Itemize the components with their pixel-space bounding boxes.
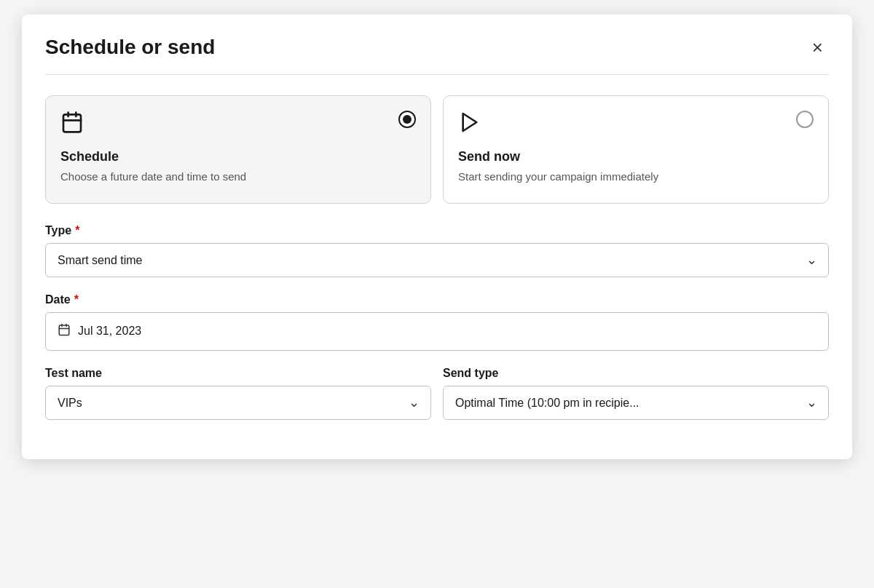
svg-rect-0 (63, 114, 81, 132)
schedule-radio[interactable] (398, 111, 416, 128)
type-label: Type * (45, 224, 829, 237)
test-name-select-wrapper: VIPs All contacts New subscribers ⌄ (45, 386, 431, 420)
schedule-option-card[interactable]: Schedule Choose a future date and time t… (45, 95, 431, 204)
type-select[interactable]: Smart send time Specific time (45, 243, 829, 277)
send-type-select[interactable]: Optimal Time (10:00 pm in recipie... Spe… (443, 386, 829, 420)
send-type-select-wrapper: Optimal Time (10:00 pm in recipie... Spe… (443, 386, 829, 420)
test-name-field-section: Test name VIPs All contacts New subscrib… (45, 367, 431, 420)
date-field-section: Date * Jul 31, 2023 (45, 293, 829, 351)
send-now-radio[interactable] (796, 111, 814, 128)
modal-title: Schedule or send (45, 36, 215, 59)
schedule-card-top (60, 111, 416, 139)
option-cards: Schedule Choose a future date and time t… (45, 95, 829, 204)
send-type-field-section: Send type Optimal Time (10:00 pm in reci… (443, 367, 829, 420)
type-required-star: * (75, 224, 79, 237)
schedule-or-send-modal: Schedule or send × (22, 15, 852, 459)
test-name-label: Test name (45, 367, 431, 380)
close-button[interactable]: × (806, 35, 829, 60)
bottom-two-col: Test name VIPs All contacts New subscrib… (45, 367, 829, 436)
type-field-section: Type * Smart send time Specific time ⌄ (45, 224, 829, 277)
send-now-card-title: Send now (458, 149, 814, 164)
calendar-small-icon (58, 323, 71, 340)
test-name-select[interactable]: VIPs All contacts New subscribers (45, 386, 431, 420)
modal-header: Schedule or send × (22, 15, 852, 74)
type-select-wrapper: Smart send time Specific time ⌄ (45, 243, 829, 277)
date-label: Date * (45, 293, 829, 306)
svg-marker-4 (463, 114, 477, 131)
send-type-label: Send type (443, 367, 829, 380)
send-icon (458, 111, 481, 139)
svg-rect-5 (59, 325, 69, 335)
calendar-icon (60, 111, 84, 139)
schedule-card-title: Schedule (60, 149, 416, 164)
date-input[interactable]: Jul 31, 2023 (45, 312, 829, 351)
date-required-star: * (74, 293, 79, 306)
modal-body: Schedule Choose a future date and time t… (22, 75, 852, 459)
schedule-card-description: Choose a future date and time to send (60, 169, 416, 186)
date-value: Jul 31, 2023 (78, 325, 141, 338)
send-now-card-top (458, 111, 814, 139)
send-now-option-card[interactable]: Send now Start sending your campaign imm… (443, 95, 829, 204)
send-now-card-description: Start sending your campaign immediately (458, 169, 814, 186)
